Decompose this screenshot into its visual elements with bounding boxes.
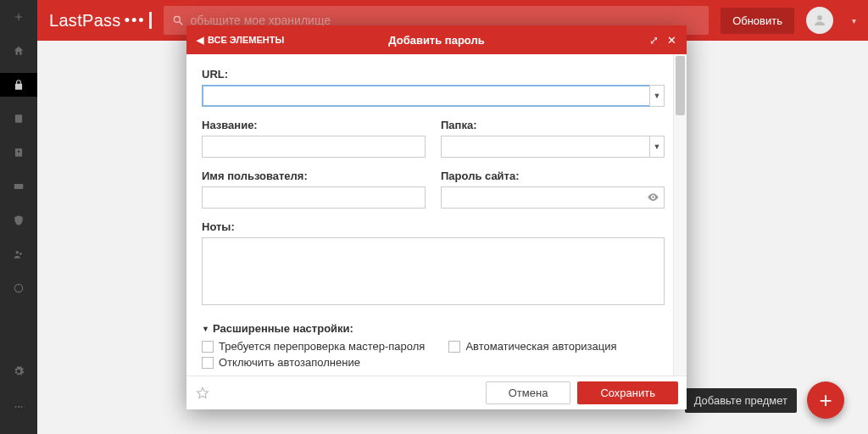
- nav-emergency-icon[interactable]: [0, 276, 37, 300]
- modal-back-label: ВСЕ ЭЛЕМЕНТЫ: [208, 35, 284, 45]
- nav-security-icon[interactable]: [0, 209, 37, 232]
- nav-home-icon[interactable]: [0, 39, 37, 63]
- search-icon: [172, 14, 184, 26]
- nav-addresses-icon[interactable]: [0, 141, 37, 164]
- close-icon[interactable]: ✕: [667, 34, 676, 47]
- password-label: Пароль сайта:: [441, 170, 665, 182]
- require-reprompt-label: Требуется перепроверка мастер-пароля: [219, 340, 425, 353]
- eye-icon[interactable]: [647, 191, 659, 207]
- chevron-left-icon: ◀: [197, 35, 203, 46]
- nav-sharing-icon[interactable]: [0, 242, 37, 266]
- svg-point-6: [14, 284, 22, 292]
- svg-point-13: [652, 196, 654, 198]
- url-input[interactable]: [202, 85, 665, 107]
- add-password-modal: ◀ ВСЕ ЭЛЕМЕНТЫ Добавить пароль ⤢ ✕ URL: …: [186, 25, 687, 409]
- disable-autofill-label: Отключить автозаполнение: [219, 356, 360, 369]
- advanced-toggle[interactable]: ▼ Расширенные настройки:: [202, 322, 665, 335]
- cancel-button[interactable]: Отмена: [486, 381, 571, 404]
- add-item-fab[interactable]: +: [807, 381, 844, 419]
- scrollbar-track[interactable]: [673, 54, 687, 376]
- require-reprompt-checkbox[interactable]: [202, 341, 214, 353]
- password-input[interactable]: [441, 186, 665, 209]
- svg-point-7: [15, 406, 17, 408]
- folder-dropdown-button[interactable]: ▼: [649, 136, 665, 158]
- brand-dots-icon: •••: [125, 12, 146, 30]
- url-label: URL:: [202, 68, 665, 81]
- advanced-label: Расширенные настройки:: [213, 322, 353, 335]
- nav-add-icon[interactable]: [0, 5, 37, 29]
- triangle-down-icon: ▼: [202, 325, 209, 333]
- svg-point-2: [18, 151, 19, 153]
- notes-label: Ноты:: [202, 220, 665, 233]
- svg-point-10: [174, 16, 180, 22]
- left-nav: [0, 0, 37, 434]
- svg-point-8: [18, 406, 19, 408]
- name-label: Название:: [202, 119, 426, 131]
- autologin-checkbox[interactable]: [448, 341, 460, 353]
- disable-autofill-checkbox[interactable]: [202, 357, 214, 369]
- nav-more-icon[interactable]: [0, 395, 37, 419]
- scrollbar-thumb[interactable]: [676, 56, 685, 115]
- username-label: Имя пользователя:: [202, 170, 426, 182]
- brand-name: LastPass: [49, 11, 121, 31]
- modal-header: ◀ ВСЕ ЭЛЕМЕНТЫ Добавить пароль ⤢ ✕: [186, 25, 687, 54]
- svg-point-12: [817, 15, 822, 20]
- user-menu[interactable]: ▾: [806, 7, 856, 34]
- folder-label: Папка:: [441, 119, 665, 131]
- autologin-label: Автоматическая авторизация: [465, 340, 616, 353]
- svg-point-9: [21, 406, 23, 408]
- nav-payment-icon[interactable]: [0, 175, 37, 198]
- folder-input[interactable]: [441, 136, 665, 158]
- nav-notes-icon[interactable]: [0, 107, 37, 131]
- svg-rect-0: [15, 114, 22, 122]
- upgrade-button[interactable]: Обновить: [721, 8, 794, 34]
- nav-passwords-icon[interactable]: [0, 73, 37, 97]
- brand-logo: LastPass •••: [49, 11, 152, 31]
- save-button[interactable]: Сохранить: [577, 381, 678, 404]
- avatar-icon: [806, 7, 833, 34]
- nav-settings-icon[interactable]: [0, 359, 37, 383]
- svg-line-11: [179, 22, 182, 25]
- chevron-down-icon: ▾: [852, 16, 856, 25]
- modal-footer: Отмена Сохранить: [186, 376, 687, 409]
- username-input[interactable]: [202, 186, 426, 209]
- url-dropdown-button[interactable]: ▼: [649, 85, 665, 107]
- svg-point-5: [19, 253, 22, 255]
- notes-input[interactable]: [202, 237, 665, 305]
- name-input[interactable]: [202, 136, 426, 158]
- expand-icon[interactable]: ⤢: [649, 34, 659, 47]
- brand-bar-icon: [149, 12, 152, 29]
- svg-point-4: [16, 251, 19, 254]
- modal-body: URL: ▼ Название: Папка: ▼: [186, 54, 687, 376]
- favorite-star-icon[interactable]: [195, 386, 210, 401]
- modal-back-button[interactable]: ◀ ВСЕ ЭЛЕМЕНТЫ: [197, 35, 284, 46]
- svg-rect-3: [14, 184, 24, 189]
- fab-tooltip: Добавьте предмет: [685, 388, 797, 413]
